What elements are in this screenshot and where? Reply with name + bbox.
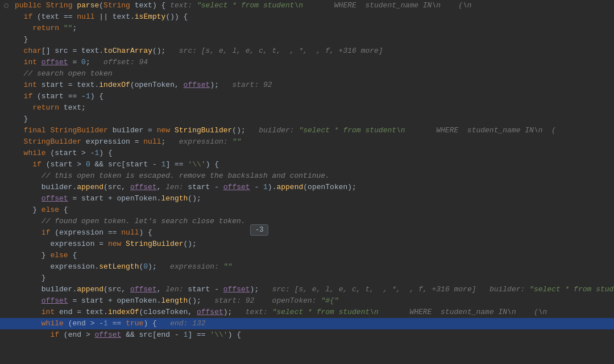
line-content-2: if (text == null || text.isEmpty()) { <box>13 11 614 23</box>
line-content-4: } <box>13 34 614 45</box>
line-content-27: offset = start + openToken.length(); sta… <box>13 295 614 307</box>
code-line-15: if (start > 0 && src[start - 1] == '\\')… <box>0 159 614 170</box>
code-line-12: final StringBuilder builder = new String… <box>0 125 614 136</box>
code-line-14: while (start > -1) { <box>0 148 614 159</box>
line-content-13: StringBuilder expression = null; express… <box>13 136 614 148</box>
line-content-14: while (start > -1) { <box>13 148 614 159</box>
line-content-20: // found open token. let's search close … <box>13 216 614 227</box>
code-line-10: return text; <box>0 102 614 114</box>
code-line-25: } <box>0 273 614 284</box>
code-line-20: // found open token. let's search close … <box>0 216 614 227</box>
line-content-30: if (end > offset && src[end - 1] == '\\'… <box>13 329 614 341</box>
line-content-16: // this open token is escaped. remove th… <box>13 170 614 182</box>
line-content-8: int start = text.indexOf(openToken, offs… <box>13 80 614 91</box>
line-content-9: if (start == -1) { <box>13 91 614 102</box>
code-line-17: builder.append(src, offset, len: start -… <box>0 182 614 193</box>
code-line-8: int start = text.indexOf(openToken, offs… <box>0 80 614 91</box>
code-line-6: int offset = 0; offset: 94 <box>0 57 614 68</box>
line-content-29: while (end > -1 == true) { end: 132 <box>13 318 614 329</box>
line-content-19: } else { <box>13 204 614 216</box>
code-line-13: StringBuilder expression = null; express… <box>0 136 614 148</box>
line-content-25: } <box>13 273 614 284</box>
line-content-24: expression.setLength(0); expression: "" <box>13 261 614 273</box>
code-line-24: expression.setLength(0); expression: "" <box>0 261 614 273</box>
code-line-22: expression = new StringBuilder(); <box>0 239 614 250</box>
code-line-11: } <box>0 114 614 125</box>
line-content-5: char[] src = text.toCharArray(); src: [s… <box>13 45 614 57</box>
code-line-5: char[] src = text.toCharArray(); src: [s… <box>0 45 614 57</box>
code-line-30: if (end > offset && src[end - 1] == '\\'… <box>0 329 614 341</box>
code-line-28: int end = text.indexOf(closeToken, offse… <box>0 307 614 318</box>
code-line-3: return ""; <box>0 23 614 34</box>
code-line-16: // this open token is escaped. remove th… <box>0 170 614 182</box>
code-line-29: while (end > -1 == true) { end: 132 <box>0 318 614 329</box>
line-content-6: int offset = 0; offset: 94 <box>13 57 614 68</box>
line-content-28: int end = text.indexOf(closeToken, offse… <box>13 307 614 318</box>
code-line-4: } <box>0 34 614 45</box>
line-content-21: if (expression == null) { <box>13 227 614 239</box>
code-editor: public String parse(String text) { text:… <box>0 0 614 364</box>
line-content-15: if (start > 0 && src[start - 1] == '\\')… <box>13 159 614 170</box>
code-line-19: } else { <box>0 204 614 216</box>
line-content-1: public String parse(String text) { text:… <box>13 0 614 11</box>
code-line-7: // search open token <box>0 68 614 80</box>
line-content-12: final StringBuilder builder = new String… <box>13 125 614 136</box>
line-content-3: return ""; <box>13 23 614 34</box>
line-content-11: } <box>13 114 614 125</box>
line-content-22: expression = new StringBuilder(); <box>13 239 614 250</box>
code-line-1: public String parse(String text) { text:… <box>0 0 614 11</box>
line-content-7: // search open token <box>13 68 614 80</box>
code-line-9: if (start == -1) { <box>0 91 614 102</box>
line-content-10: return text; <box>13 102 614 114</box>
line-content-26: builder.append(src, offset, len: start -… <box>13 284 614 295</box>
gutter-1 <box>0 3 13 8</box>
line-content-17: builder.append(src, offset, len: start -… <box>13 182 614 193</box>
line-content-23: } else { <box>13 250 614 261</box>
code-line-18: offset = start + openToken.length(); <box>0 193 614 204</box>
code-line-2: if (text == null || text.isEmpty()) { <box>0 11 614 23</box>
code-line-23: } else { <box>0 250 614 261</box>
line-content-18: offset = start + openToken.length(); <box>13 193 614 204</box>
code-line-27: offset = start + openToken.length(); sta… <box>0 295 614 307</box>
code-line-26: builder.append(src, offset, len: start -… <box>0 284 614 295</box>
code-line-21: if (expression == null) { <box>0 227 614 239</box>
